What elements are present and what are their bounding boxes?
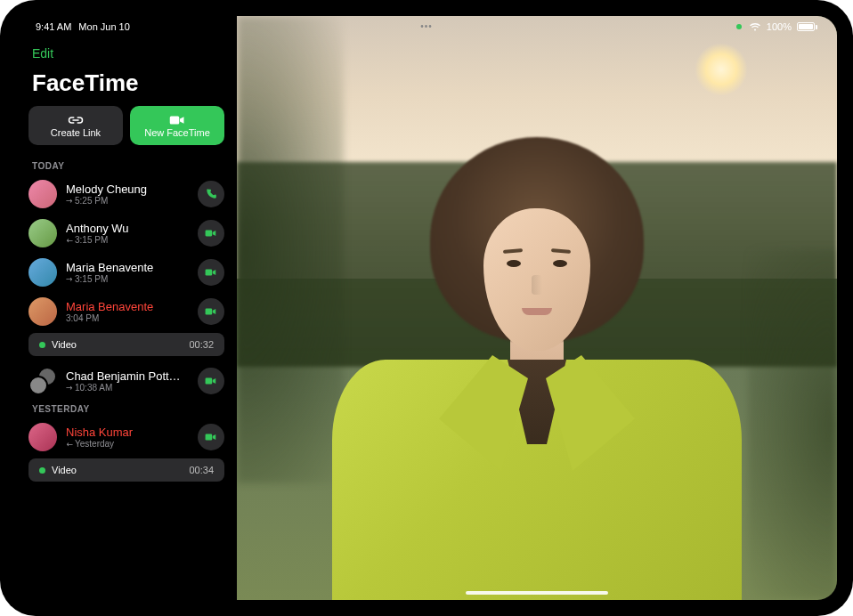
call-item[interactable]: Melody Cheung ↗5:25 PM <box>16 174 237 214</box>
call-name: Melody Cheung <box>66 182 189 196</box>
svg-rect-5 <box>206 434 213 441</box>
outgoing-icon: ↗ <box>64 382 76 393</box>
call-video-button[interactable] <box>198 259 224 286</box>
call-name: Nisha Kumar <box>66 426 189 439</box>
recording-row[interactable]: Video 00:34 <box>28 458 224 482</box>
video-icon <box>169 114 185 126</box>
ipad-frame: 9:41 AM Mon Jun 10 ••• 100% Edit FaceTim… <box>0 0 853 616</box>
edit-button[interactable]: Edit <box>16 41 237 66</box>
call-name: Chad Benjamin Pott… <box>66 369 189 383</box>
recording-duration: 00:34 <box>189 465 214 475</box>
screen: 9:41 AM Mon Jun 10 ••• 100% Edit FaceTim… <box>16 16 837 600</box>
call-time: ↗Yesterday <box>66 439 189 449</box>
call-video-button[interactable] <box>198 424 224 450</box>
video-icon <box>205 266 217 279</box>
status-time: 9:41 AM <box>36 21 71 32</box>
create-link-button[interactable]: Create Link <box>28 106 123 145</box>
call-item[interactable]: Nisha Kumar ↗Yesterday <box>16 417 237 457</box>
new-facetime-button[interactable]: New FaceTime <box>130 106 224 145</box>
call-time: ↗3:15 PM <box>66 235 189 245</box>
recording-label: Video <box>52 465 77 475</box>
home-indicator[interactable] <box>466 591 608 595</box>
video-icon <box>205 305 217 318</box>
call-time: ↗5:25 PM <box>66 196 189 206</box>
call-item[interactable]: Maria Benavente ↗3:15 PM <box>16 253 237 292</box>
status-bar: 9:41 AM Mon Jun 10 ••• 100% <box>16 16 837 37</box>
recording-label: Video <box>52 339 77 350</box>
recording-dot-icon <box>39 342 45 348</box>
incoming-icon: ↗ <box>64 234 76 246</box>
recording-dot-icon <box>39 467 45 474</box>
call-item[interactable]: Chad Benjamin Pott… ↗10:38 AM <box>16 361 237 401</box>
video-icon <box>205 227 217 239</box>
video-icon <box>205 375 217 387</box>
svg-rect-0 <box>170 116 180 124</box>
call-time: ↗10:38 AM <box>66 383 189 393</box>
svg-rect-2 <box>206 270 213 276</box>
svg-rect-3 <box>206 309 213 315</box>
avatar <box>28 423 57 451</box>
svg-rect-1 <box>206 231 213 237</box>
self-preview-person <box>332 110 742 600</box>
avatar <box>28 219 57 247</box>
call-name: Maria Benavente <box>66 261 189 274</box>
section-yesterday: Yesterday <box>16 401 237 417</box>
incoming-icon: ↗ <box>64 438 76 450</box>
wifi-icon <box>749 22 761 31</box>
video-icon <box>205 431 217 443</box>
camera-preview[interactable] <box>237 16 837 600</box>
recording-duration: 00:32 <box>189 339 214 350</box>
call-video-button[interactable] <box>198 368 224 394</box>
recording-row[interactable]: Video 00:32 <box>28 333 224 356</box>
avatar <box>28 297 57 326</box>
camera-indicator-icon <box>736 24 742 29</box>
status-date: Mon Jun 10 <box>78 21 129 32</box>
outgoing-icon: ↗ <box>64 195 76 207</box>
call-item[interactable]: Maria Benavente 3:04 PM <box>16 292 237 331</box>
battery-percent: 100% <box>767 21 792 32</box>
avatar-group <box>28 367 57 395</box>
call-time: 3:04 PM <box>66 313 189 323</box>
avatar <box>28 258 57 287</box>
battery-icon <box>797 22 817 31</box>
call-list-today: Melody Cheung ↗5:25 PM Anthony Wu ↗3:15 … <box>16 174 237 401</box>
app-title: FaceTime <box>16 66 237 106</box>
link-icon <box>68 114 84 126</box>
call-video-button[interactable] <box>198 220 224 247</box>
avatar <box>28 180 57 208</box>
phone-icon <box>205 188 217 200</box>
call-time: ↗3:15 PM <box>66 274 189 284</box>
call-video-button[interactable] <box>198 298 224 325</box>
outgoing-icon: ↗ <box>64 273 76 285</box>
call-item[interactable]: Anthony Wu ↗3:15 PM <box>16 214 237 253</box>
multitask-indicator-icon[interactable]: ••• <box>420 21 433 31</box>
section-today: Today <box>16 158 237 174</box>
svg-rect-4 <box>206 378 213 385</box>
call-name: Anthony Wu <box>66 222 189 235</box>
call-list-yesterday: Nisha Kumar ↗Yesterday Video 00:34 <box>16 417 237 487</box>
create-link-label: Create Link <box>51 127 101 138</box>
sidebar: Edit FaceTime Create Link New FaceTime T… <box>16 16 237 600</box>
call-phone-button[interactable] <box>198 181 224 207</box>
call-name: Maria Benavente <box>66 300 189 313</box>
new-facetime-label: New FaceTime <box>144 127 210 138</box>
